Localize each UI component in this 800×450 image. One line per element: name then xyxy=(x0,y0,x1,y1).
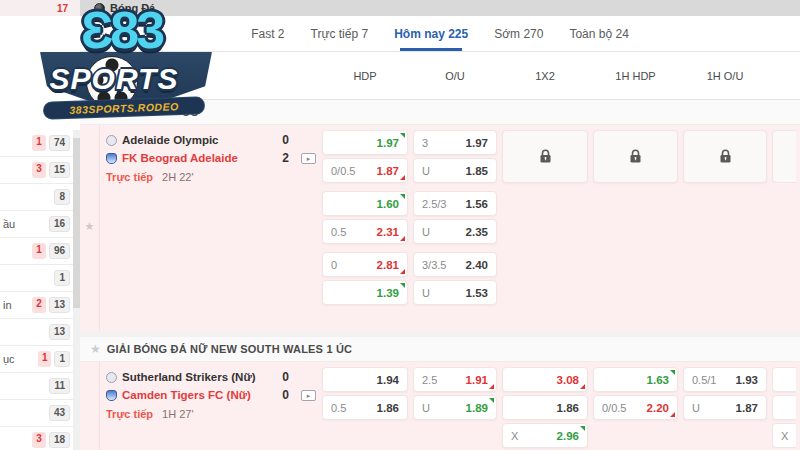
tab-toàn-bộ-24[interactable]: Toàn bộ 24 xyxy=(569,16,628,51)
sidebar-league-row[interactable]: ầu16 xyxy=(0,211,80,238)
locked-odds-cell xyxy=(502,130,588,183)
odds-group: 1.600.52.312.5/31.56U2.35 xyxy=(322,191,796,244)
odds-column-h1ou: 0.5/11.93U1.87 xyxy=(683,367,767,448)
odds-line-label: 0.5/1 xyxy=(692,374,716,386)
locked-odds-cell xyxy=(772,130,796,183)
sidebar-badges: 1 xyxy=(51,270,70,286)
odds-group: 1.940.51.862.51.91U1.893.081.86X2.961.63… xyxy=(322,367,796,448)
away-team-name: Camden Tigers FC (Nữ) xyxy=(122,389,266,401)
sidebar-scrollbar-thumb[interactable] xyxy=(73,138,80,308)
betting-page: { "colors": { "accent_blue": "#2b5fad", … xyxy=(0,0,800,450)
locked-odds-cell xyxy=(593,130,678,183)
odds-cell[interactable]: U2.35 xyxy=(413,219,497,244)
odds-cell[interactable]: 1.97 xyxy=(322,130,408,155)
tab-hôm-nay-225[interactable]: Hôm nay 225 xyxy=(394,16,468,51)
site-logo[interactable]: Ɛ83 SPORTS 383SPORTS.RODEO xyxy=(14,0,229,124)
odds-cell[interactable]: 2.51.91 xyxy=(413,367,497,392)
sidebar-league-row[interactable]: 174 xyxy=(0,130,80,157)
home-score: 0 xyxy=(271,370,289,384)
live-count-badge: 1 xyxy=(32,243,46,259)
odds-cell[interactable]: 0/0.51.87 xyxy=(322,158,408,183)
odds-column-h1ou xyxy=(683,252,767,305)
odds-value: 1.56 xyxy=(466,198,488,210)
sidebar-badges: 43 xyxy=(46,405,70,421)
home-team-icon xyxy=(106,135,117,146)
video-slot: ▸ xyxy=(294,153,316,164)
odds-value: 1.53 xyxy=(466,287,488,299)
odds-line-label: 3/3.5 xyxy=(422,259,446,271)
league-star-icon[interactable]: ★ xyxy=(90,343,101,355)
odds-cell[interactable]: 1.39 xyxy=(322,280,408,305)
match-star-icon[interactable]: ★ xyxy=(85,221,95,232)
sidebar-league-row[interactable]: 318 xyxy=(0,427,80,450)
odds-up-indicator xyxy=(400,133,405,138)
odds-cell[interactable]: 0/0.52.20 xyxy=(593,395,678,420)
sidebar-league-row[interactable]: 11 xyxy=(0,373,80,400)
odds-down-indicator xyxy=(400,175,405,180)
sidebar-rows: 1743158ầu161961in21313ục111143318 xyxy=(0,130,80,450)
odds-cell[interactable]: U1.89 xyxy=(413,395,497,420)
odds-cell[interactable]: 02.81 xyxy=(322,252,408,277)
odds-cell[interactable]: 3.08 xyxy=(502,367,588,392)
odds-column-ou: 31.97U1.85 xyxy=(413,130,497,183)
tab-trực-tiếp-7[interactable]: Trực tiếp 7 xyxy=(311,16,369,51)
sidebar-league-row[interactable]: in213 xyxy=(0,292,80,319)
odds-cell[interactable]: 3/3.52.40 xyxy=(413,252,497,277)
odds-cell[interactable]: X xyxy=(772,423,796,448)
sidebar-league-row[interactable]: 13 xyxy=(0,319,80,346)
sidebar-league-row[interactable]: ục11 xyxy=(0,346,80,373)
total-count-badge: 96 xyxy=(49,243,70,259)
market-header-h1hdp: 1H HDP xyxy=(593,70,678,82)
away-team-icon xyxy=(106,390,117,401)
sidebar-badges: 13 xyxy=(46,324,70,340)
odds-cell[interactable]: U1.87 xyxy=(683,395,767,420)
odds-cell[interactable]: 2.5/31.56 xyxy=(413,191,497,216)
odds-value: 2.20 xyxy=(647,402,669,414)
odds-cell[interactable]: U1.53 xyxy=(413,280,497,305)
total-count-badge: 1 xyxy=(54,270,70,286)
match-clock: 2H 22' xyxy=(162,171,193,183)
video-stream-icon[interactable]: ▸ xyxy=(301,390,316,401)
odds-cell[interactable] xyxy=(772,367,796,392)
odds-up-indicator xyxy=(670,370,675,375)
tab-sớm-270[interactable]: Sớm 270 xyxy=(494,16,543,51)
home-team-row: Sutherland Strikers (Nữ)0 xyxy=(106,368,316,386)
odds-down-indicator xyxy=(400,236,405,241)
odds-value: 1.89 xyxy=(466,402,488,414)
odds-area: 1.970/0.51.8731.97U1.851.600.52.312.5/31… xyxy=(322,125,796,331)
odds-cell[interactable]: 1.60 xyxy=(322,191,408,216)
odds-up-indicator xyxy=(400,194,405,199)
sidebar-badges: 8 xyxy=(51,189,70,205)
total-count-badge: 74 xyxy=(49,135,70,151)
odds-cell[interactable]: 1.94 xyxy=(322,367,408,392)
odds-cell[interactable]: U1.85 xyxy=(413,158,497,183)
odds-column-x12 xyxy=(502,252,588,305)
sidebar-scrollbar[interactable] xyxy=(73,130,80,450)
odds-column-ou: 2.5/31.56U2.35 xyxy=(413,191,497,244)
odds-cell[interactable]: 0.51.86 xyxy=(322,395,408,420)
video-stream-icon[interactable]: ▸ xyxy=(301,153,316,164)
live-count-badge: 2 xyxy=(32,297,46,313)
odds-value: 1.86 xyxy=(377,402,399,414)
total-count-badge: 11 xyxy=(49,378,70,394)
odds-cell[interactable]: 0.52.31 xyxy=(322,219,408,244)
odds-line-label: 3 xyxy=(422,137,428,149)
sidebar-league-row[interactable]: 8 xyxy=(0,184,80,211)
sidebar-league-row[interactable]: 43 xyxy=(0,400,80,427)
sidebar-league-row[interactable]: 1 xyxy=(0,265,80,292)
tab-fast-2[interactable]: Fast 2 xyxy=(251,16,284,51)
odds-cell[interactable]: 31.97 xyxy=(413,130,497,155)
sidebar-league-row[interactable]: 196 xyxy=(0,238,80,265)
odds-cell[interactable] xyxy=(772,395,796,420)
odds-cell[interactable]: 1.86 xyxy=(502,395,588,420)
market-header-x12: 1X2 xyxy=(502,70,588,82)
odds-up-indicator xyxy=(580,426,585,431)
odds-cell[interactable]: 0.5/11.93 xyxy=(683,367,767,392)
odds-cell[interactable]: X2.96 xyxy=(502,423,588,448)
sidebar-league-row[interactable]: 315 xyxy=(0,157,80,184)
odds-cell[interactable]: 1.63 xyxy=(593,367,678,392)
away-team-name: FK Beograd Adelaide xyxy=(122,152,266,164)
odds-value: 1.87 xyxy=(377,165,399,177)
match-status-row: Trực tiếp2H 22' xyxy=(106,168,316,186)
odds-up-indicator xyxy=(489,398,494,403)
